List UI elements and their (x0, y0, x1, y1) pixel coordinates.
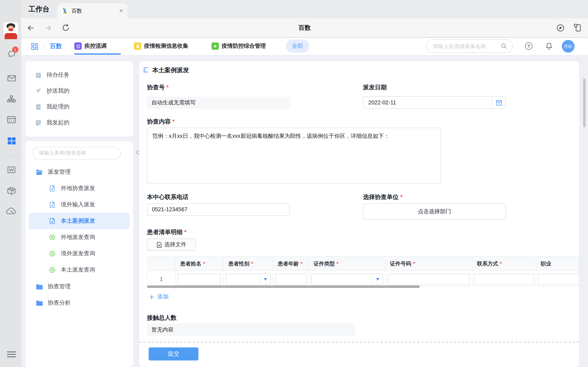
label-phone: 本中心联系电话 (147, 193, 189, 201)
doc-icon (49, 185, 55, 192)
menu-item-handled[interactable]: 我处理的 (25, 99, 133, 115)
workspace-title: 工作台 (29, 0, 49, 18)
form-title: 本土案例派发 (152, 67, 189, 74)
hamburger-menu-icon[interactable] (7, 351, 16, 357)
browser-tab[interactable]: 百数 ✕ (57, 3, 127, 18)
chat-badge: 1 (12, 47, 18, 53)
label-xiechahao: 协查号 (147, 83, 169, 91)
menu-item-todo[interactable]: 待办任务 (25, 67, 133, 83)
app-search-placeholder: 请输入应用或表单名称 (433, 43, 486, 50)
doc-icon (49, 218, 55, 224)
table-horizontal-scrollbar[interactable] (147, 285, 420, 288)
nav-app-yiqing-fangkong[interactable]: ★ 疫情防控综合管理 (212, 42, 266, 50)
plus-icon (149, 294, 154, 300)
contact-total-input[interactable]: 暂无内容 (147, 323, 355, 336)
org-chart-icon[interactable] (7, 95, 16, 103)
cell-idnumber-input[interactable] (388, 274, 470, 285)
date-picker-segment[interactable] (492, 97, 506, 108)
mail-icon[interactable] (7, 75, 16, 82)
tree-item-jingwai-query[interactable]: 境外派发查询 (25, 245, 133, 262)
cell-name-input[interactable] (178, 274, 221, 285)
form-search-placeholder: 请输入表单/报表名称 (39, 150, 86, 157)
col-header-idnumber: 证件号码 (390, 260, 415, 267)
workbench-grid-icon[interactable] (7, 137, 16, 145)
row-index: 1 (147, 274, 175, 285)
calendar-icon (495, 99, 502, 106)
tab-close-icon[interactable]: ✕ (119, 8, 123, 13)
baishu-logo-icon (61, 8, 68, 14)
nav-home-baishu[interactable]: 百数 (50, 42, 62, 50)
menu-item-initiated[interactable]: 我发起的 (25, 115, 133, 131)
page-title: 百数 (21, 24, 588, 32)
add-row-button[interactable]: 添加 (149, 293, 169, 300)
package-box-icon[interactable] (7, 187, 16, 195)
cell-idtype-select[interactable] (311, 274, 383, 285)
word-doc-icon[interactable] (7, 166, 16, 173)
initiated-edit-icon (35, 119, 42, 126)
chevron-down-icon (376, 278, 379, 281)
gender-dropdown[interactable] (260, 274, 270, 285)
tree-item-jingwai-paifa[interactable]: 境外输入派发 (25, 197, 133, 213)
screen: 1 工作台 百数 ✕ 百数 (0, 0, 588, 367)
folder-icon (36, 284, 43, 290)
bell-icon[interactable] (545, 42, 553, 50)
choose-file-button[interactable]: 选择文件 (147, 239, 196, 251)
menu-item-cc[interactable]: 抄送我的 (25, 83, 133, 99)
active-app-underline (74, 53, 121, 55)
col-header-gender: 患者性别 (228, 260, 253, 267)
form-back-icon[interactable] (142, 67, 149, 73)
nav-divider (43, 43, 44, 50)
calendar-grid-icon[interactable] (7, 116, 16, 124)
content-textarea[interactable]: 范例：x月xx日，我中心检测一名xxx新冠病毒核酸结果为阳性，该病例位于你区，详… (147, 128, 441, 184)
handled-clipboard-icon (35, 103, 42, 110)
label-dept: 选择协查单位 (363, 193, 402, 201)
nav-app-yiqing-jiance[interactable]: 疫情检测信息收集 (134, 42, 188, 50)
rail-divider (6, 156, 17, 157)
folder-icon (36, 300, 43, 306)
xiechahao-input[interactable]: 自动生成无需填写 (147, 97, 290, 109)
tree-item-waidi-paifa[interactable]: 外地协查派发 (25, 180, 133, 197)
phone-input[interactable]: 0521-1234567 (147, 203, 290, 216)
doc-icon (49, 201, 55, 208)
chevron-down-icon (264, 278, 267, 281)
idtype-dropdown[interactable] (372, 274, 383, 285)
date-input[interactable]: 2022-02-11 (363, 96, 506, 109)
tree-item-bentu-paifa-selected[interactable]: 本土案例派发 (29, 213, 130, 229)
user-avatar-badge[interactable]: 肖松 (562, 40, 575, 53)
patients-table-header (147, 257, 579, 271)
apps-grid-icon[interactable] (31, 43, 38, 50)
cell-age-input[interactable] (275, 274, 307, 285)
folder-open-icon (36, 169, 43, 175)
cell-contact-input[interactable] (475, 274, 534, 285)
search-icon[interactable] (501, 43, 507, 49)
patients-table: 患者姓名 患者性别 患者年龄 证件类型 证件号码 联系方式 职业 1 (147, 256, 579, 287)
tree-folder-paifa[interactable]: 派发管理 (25, 164, 133, 180)
submit-button[interactable]: 提交 (149, 347, 199, 360)
help-icon[interactable]: ? (525, 42, 532, 50)
todo-calendar-icon (35, 72, 42, 78)
page-vertical-scrollbar[interactable] (583, 79, 586, 127)
forms-card: 请输入表单/报表名称 派发管理 外地协查派发 境外输入派发 本土案例派发 (25, 141, 133, 367)
col-header-name: 患者姓名 (180, 260, 205, 267)
nav-app-jikong[interactable]: 疾控流调 (74, 42, 107, 50)
open-in-window-icon[interactable] (574, 24, 581, 32)
tree-item-bentu-query[interactable]: 本土派发查询 (25, 262, 133, 278)
tree-folder-xiecha-analysis[interactable]: 协查分析 (25, 295, 133, 311)
tree-folder-xiecha-mgmt[interactable]: 协查管理 (25, 278, 133, 295)
query-hexagon-icon (49, 267, 56, 273)
user-avatar-photo[interactable] (4, 22, 18, 39)
dept-picker[interactable]: 点击选择部门 (363, 203, 506, 220)
jikong-app-icon (74, 42, 82, 50)
cell-gender-select[interactable] (226, 274, 271, 285)
cell-occupation-input[interactable] (538, 274, 579, 285)
label-contact-total: 接触总人数 (147, 314, 177, 322)
fangkong-app-icon: ★ (212, 42, 219, 50)
cloud-call-icon[interactable] (6, 208, 16, 215)
compass-icon[interactable] (557, 24, 564, 32)
cc-send-icon (35, 87, 42, 94)
col-header-occupation: 职业 (541, 260, 551, 267)
label-content: 协查内容 (147, 118, 174, 125)
tree-item-waidi-query[interactable]: 外地派发查询 (25, 229, 133, 245)
nav-all-pill[interactable]: 全部 (286, 40, 309, 53)
tab-title: 百数 (71, 7, 119, 15)
